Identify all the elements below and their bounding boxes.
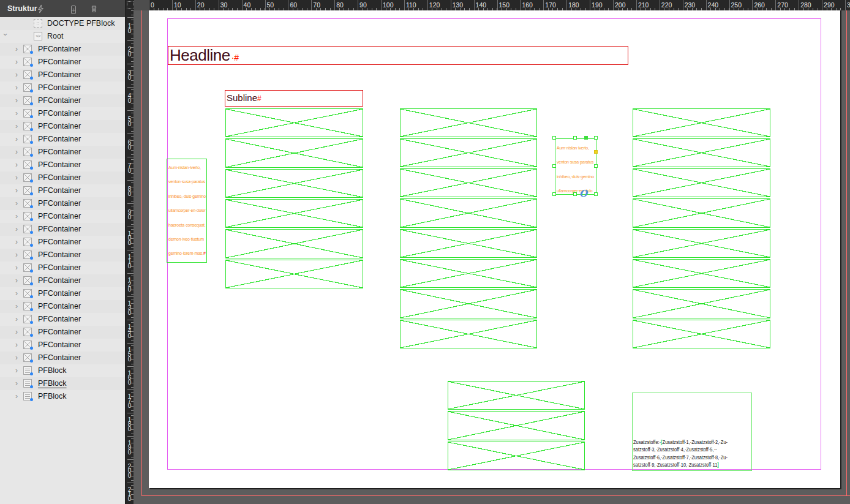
tree-item-pfcontainer[interactable]: ›PFContainer <box>0 210 125 223</box>
selection-handle[interactable] <box>594 192 598 196</box>
tree-item-pfcontainer[interactable]: ›PFContainer <box>0 159 125 171</box>
tree-item-pfcontainer[interactable]: ›PFContainer <box>0 56 125 69</box>
selection-handle[interactable] <box>573 136 577 140</box>
chevron-right-icon[interactable]: › <box>15 380 21 388</box>
tree-item-pfcontainer[interactable]: ›PFContainer <box>0 223 125 236</box>
flash-icon[interactable] <box>36 4 46 14</box>
tree-item-pfcontainer[interactable]: ›PFContainer <box>0 287 125 300</box>
chevron-right-icon[interactable]: › <box>15 303 21 310</box>
delete-icon[interactable] <box>89 4 99 14</box>
zusatzstoffe-text-frame[interactable]: Zusatzstoffe:·[Zusatzstoff·1,·Zusatzstof… <box>632 393 752 471</box>
selection-handle[interactable] <box>573 192 577 196</box>
tree-item-pfcontainer[interactable]: ›PFContainer <box>0 171 125 184</box>
image-placeholder-frame[interactable] <box>633 138 770 167</box>
image-placeholder-frame[interactable] <box>225 199 363 228</box>
image-placeholder-frame[interactable] <box>400 108 537 137</box>
image-placeholder-frame[interactable] <box>633 168 770 197</box>
chevron-right-icon[interactable]: › <box>15 315 21 323</box>
image-placeholder-frame[interactable] <box>225 229 363 258</box>
tree-item-pfblock[interactable]: ›PFBlock <box>0 364 125 377</box>
selection-handle[interactable] <box>552 136 556 140</box>
image-placeholder-frame[interactable] <box>448 381 585 410</box>
selection-handle[interactable] <box>552 192 556 196</box>
image-placeholder-frame[interactable] <box>633 108 770 137</box>
chevron-right-icon[interactable]: › <box>15 187 21 195</box>
tree-item-pfcontainer[interactable]: ›PFContainer <box>0 261 125 274</box>
chevron-right-icon[interactable]: › <box>15 238 21 246</box>
image-placeholder-frame[interactable] <box>448 442 585 470</box>
chevron-right-icon[interactable]: › <box>15 341 21 349</box>
tree-item-pfcontainer[interactable]: ›PFContainer <box>0 43 125 56</box>
tree-item-pfcontainer[interactable]: ›PFContainer <box>0 81 125 94</box>
image-placeholder-frame[interactable] <box>400 229 537 258</box>
image-placeholder-frame[interactable] <box>633 289 770 318</box>
tree-item-pfcontainer[interactable]: ›PFContainer <box>0 249 125 261</box>
image-placeholder-frame[interactable] <box>225 108 363 137</box>
vertical-ruler[interactable]: 1 02 03 04 05 06 07 08 09 01 0 01 1 01 2… <box>126 10 134 504</box>
chevron-right-icon[interactable]: › <box>15 71 21 79</box>
add-icon[interactable]: + <box>71 4 81 14</box>
image-placeholder-frame[interactable] <box>400 259 537 288</box>
selection-handle[interactable] <box>594 136 598 140</box>
chevron-right-icon[interactable]: › <box>15 367 21 375</box>
subline-text-frame[interactable]: Subline# <box>225 90 363 107</box>
chevron-right-icon[interactable]: › <box>15 161 21 169</box>
selection-handle[interactable] <box>594 164 598 168</box>
image-placeholder-frame[interactable] <box>225 260 363 288</box>
chevron-right-icon[interactable]: › <box>15 135 21 143</box>
tree-item-pfcontainer[interactable]: ›PFContainer <box>0 326 125 339</box>
selected-text-frame[interactable]: Aum·nislan·iverto,venton·susa·paratusinh… <box>555 138 596 195</box>
tree-item-pfcontainer[interactable]: ›PFContainer <box>0 120 125 133</box>
chevron-right-icon[interactable]: › <box>15 84 21 92</box>
chevron-right-icon[interactable]: › <box>15 264 21 272</box>
image-placeholder-frame[interactable] <box>633 259 770 288</box>
chevron-right-icon[interactable]: › <box>15 122 21 130</box>
tree-item-pfcontainer[interactable]: ›PFContainer <box>0 146 125 159</box>
tree-item-pfcontainer[interactable]: ›PFContainer <box>0 94 125 107</box>
tree-item-pfcontainer[interactable]: ›PFContainer <box>0 69 125 81</box>
tree-item-pfcontainer[interactable]: ›PFContainer <box>0 313 125 326</box>
headline-text-frame[interactable]: Headline·# <box>168 46 628 65</box>
chevron-right-icon[interactable]: › <box>15 58 21 66</box>
image-placeholder-frame[interactable] <box>400 320 537 348</box>
chevron-right-icon[interactable]: › <box>15 225 21 233</box>
tree-item-pfcontainer[interactable]: ›PFContainer <box>0 352 125 364</box>
corner-options-handle[interactable] <box>594 150 598 154</box>
chevron-right-icon[interactable]: › <box>15 354 21 362</box>
left-placeholder-text-frame[interactable]: Aum·nislan·iverto,venton·susa·paratusinh… <box>167 159 207 263</box>
tree-item-pfcontainer[interactable]: ›PFContainer <box>0 197 125 210</box>
tree-item-pfcontainer[interactable]: ›PFContainer <box>0 339 125 352</box>
tree-item-pfcontainer[interactable]: ›PFContainer <box>0 133 125 146</box>
chevron-right-icon[interactable]: › <box>15 251 21 259</box>
record-icon[interactable] <box>53 4 63 14</box>
tree-item-pfcontainer[interactable]: ›PFContainer <box>0 236 125 249</box>
chevron-right-icon[interactable]: › <box>15 290 21 298</box>
chevron-right-icon[interactable]: › <box>15 328 21 336</box>
image-placeholder-frame[interactable] <box>633 320 770 348</box>
tree-item-pfcontainer[interactable]: ›PFContainer <box>0 274 125 287</box>
chevron-right-icon[interactable]: › <box>15 393 21 401</box>
image-placeholder-frame[interactable] <box>633 229 770 258</box>
chevron-down-icon[interactable]: › <box>1 34 9 40</box>
image-placeholder-frame[interactable] <box>225 169 363 198</box>
tree-item-pfcontainer[interactable]: ›PFContainer <box>0 300 125 313</box>
tree-item-pfblock[interactable]: ›PFBlock <box>0 390 125 403</box>
chevron-right-icon[interactable]: › <box>15 174 21 182</box>
menu-icon[interactable] <box>111 4 121 14</box>
image-placeholder-frame[interactable] <box>400 168 537 197</box>
tree-item-doctype[interactable]: DOCTYPE PFBlock <box>0 17 125 30</box>
image-placeholder-frame[interactable] <box>400 138 537 167</box>
image-placeholder-frame[interactable] <box>400 289 537 318</box>
image-placeholder-frame[interactable] <box>633 198 770 227</box>
chevron-right-icon[interactable]: › <box>15 200 21 208</box>
chevron-right-icon[interactable]: › <box>15 110 21 118</box>
tree-item-root[interactable]: ›<>Root <box>0 30 125 43</box>
image-placeholder-frame[interactable] <box>225 138 363 167</box>
ruler-origin-corner[interactable] <box>126 0 149 10</box>
image-placeholder-frame[interactable] <box>400 198 537 227</box>
image-placeholder-frame[interactable] <box>448 411 585 440</box>
outport-handle[interactable] <box>584 136 588 140</box>
chevron-right-icon[interactable]: › <box>15 97 21 105</box>
chevron-right-icon[interactable]: › <box>15 213 21 220</box>
tree-item-pfcontainer[interactable]: ›PFContainer <box>0 184 125 197</box>
